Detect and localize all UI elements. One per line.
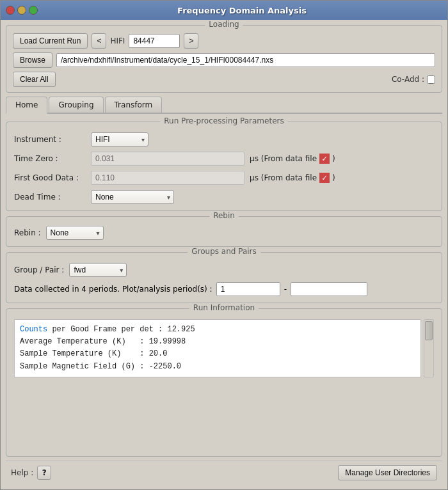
dead-time-row: Dead Time : None From File From Workspac…: [14, 190, 434, 204]
time-zero-paren: ): [332, 154, 335, 163]
first-good-input[interactable]: [91, 171, 244, 185]
dead-time-select[interactable]: None From File From Workspace: [91, 190, 174, 204]
time-zero-unit: µs (From data file: [250, 154, 317, 163]
coadd-label: Co-Add :: [392, 75, 424, 84]
prev-run-button[interactable]: <: [92, 33, 106, 49]
help-label: Help :: [11, 468, 33, 477]
group-pair-label: Group / Pair :: [14, 265, 64, 274]
manage-user-directories-button[interactable]: Manage User Directories: [338, 465, 437, 480]
clear-all-button[interactable]: Clear All: [13, 72, 56, 87]
first-good-row: First Good Data : µs (From data file ): [14, 171, 434, 185]
instrument-field-label: Instrument :: [14, 135, 91, 144]
run-preprocessing-legend: Run Pre-processing Parameters: [160, 116, 287, 125]
coadd-checkbox[interactable]: [427, 75, 435, 84]
instrument-row: Instrument : HIFI EMU MuSR ARGUS: [14, 132, 434, 146]
tab-transform[interactable]: Transform: [105, 97, 163, 113]
rebin-label: Rebin :: [14, 228, 41, 237]
rebin-select-container: None Fixed Variable: [46, 226, 104, 240]
rebin-legend: Rebin: [209, 211, 239, 220]
footer: Help : ? Manage User Directories: [6, 461, 442, 484]
loading-legend: Loading: [205, 20, 243, 29]
help-button[interactable]: ?: [37, 466, 51, 480]
run-info-line-4: Sample Magnetic Field (G) : -2250.0: [20, 361, 415, 373]
run-number-input[interactable]: [129, 34, 180, 48]
instrument-label: HIFI: [110, 36, 125, 45]
period-separator: -: [284, 285, 287, 294]
loading-row3: Clear All Co-Add :: [13, 72, 435, 87]
scrollbar-thumb: [425, 321, 433, 340]
maximize-button[interactable]: [29, 6, 38, 15]
group-pair-select-container: fwd bwd: [69, 263, 127, 277]
rebin-panel: Rebin Rebin : None Fixed Variable: [6, 216, 442, 247]
instrument-select-container: HIFI EMU MuSR ARGUS: [91, 132, 148, 146]
next-run-button[interactable]: >: [184, 33, 198, 49]
run-information-panel: Run Information Counts per Good Frame pe…: [6, 308, 442, 457]
run-information-legend: Run Information: [189, 303, 259, 312]
run-info-content: Counts per Good Frame per det : 12.925 A…: [14, 319, 434, 377]
main-window: Frequency Domain Analysis Loading Load C…: [0, 0, 448, 490]
first-good-checkbox[interactable]: [319, 173, 330, 183]
time-zero-input[interactable]: [91, 152, 244, 166]
tab-home-content: Run Pre-processing Parameters Instrument…: [6, 118, 442, 457]
titlebar: Frequency Domain Analysis: [1, 1, 447, 20]
load-current-run-button[interactable]: Load Current Run: [13, 33, 88, 49]
coadd-area: Co-Add :: [392, 75, 435, 84]
periods-text: Data collected in 4 periods. Plot/analys…: [14, 285, 212, 294]
run-preprocessing-panel: Run Pre-processing Parameters Instrument…: [6, 122, 442, 211]
tab-home[interactable]: Home: [6, 97, 47, 114]
period1-input[interactable]: [216, 282, 280, 296]
loading-row1: Load Current Run < HIFI >: [13, 33, 435, 49]
groups-pairs-panel: Groups and Pairs Group / Pair : fwd bwd …: [6, 252, 442, 303]
dead-time-label: Dead Time :: [14, 193, 91, 202]
run-info-line-3: Sample Temperature (K) : 20.0: [20, 348, 415, 360]
first-good-unit: µs (From data file: [250, 173, 317, 182]
close-button[interactable]: [6, 6, 15, 15]
loading-row2: Browse: [13, 52, 435, 68]
browse-button[interactable]: Browse: [13, 52, 52, 68]
scrollbar[interactable]: [424, 319, 434, 377]
window-title: Frequency Domain Analysis: [42, 6, 442, 15]
tab-grouping[interactable]: Grouping: [49, 97, 103, 113]
first-good-paren: ): [332, 173, 335, 182]
dead-time-select-container: None From File From Workspace: [91, 190, 174, 204]
instrument-select[interactable]: HIFI EMU MuSR ARGUS: [91, 132, 148, 146]
group-pair-select[interactable]: fwd bwd: [69, 263, 127, 277]
file-path-input[interactable]: [56, 53, 435, 67]
time-zero-checkbox[interactable]: [319, 154, 330, 164]
groups-row2: Data collected in 4 periods. Plot/analys…: [14, 282, 434, 296]
time-zero-row: Time Zero : µs (From data file ): [14, 152, 434, 166]
rebin-row: Rebin : None Fixed Variable: [14, 226, 434, 240]
run-info-line-1: Counts per Good Frame per det : 12.925: [20, 324, 415, 336]
tabs-bar: Home Grouping Transform: [6, 97, 442, 114]
minimize-button[interactable]: [17, 6, 26, 15]
rebin-select[interactable]: None Fixed Variable: [46, 226, 104, 240]
groups-row1: Group / Pair : fwd bwd: [14, 263, 434, 277]
period2-input[interactable]: [291, 282, 367, 296]
run-info-line-2: Average Temperature (K) : 19.99998: [20, 336, 415, 348]
run-info-text: Counts per Good Frame per det : 12.925 A…: [14, 319, 421, 377]
time-zero-label: Time Zero :: [14, 154, 91, 163]
window-controls: [6, 6, 38, 15]
first-good-label: First Good Data :: [14, 173, 91, 182]
groups-pairs-legend: Groups and Pairs: [188, 247, 260, 256]
loading-section: Loading Load Current Run < HIFI > Browse…: [6, 25, 442, 93]
main-content: Loading Load Current Run < HIFI > Browse…: [1, 20, 447, 489]
